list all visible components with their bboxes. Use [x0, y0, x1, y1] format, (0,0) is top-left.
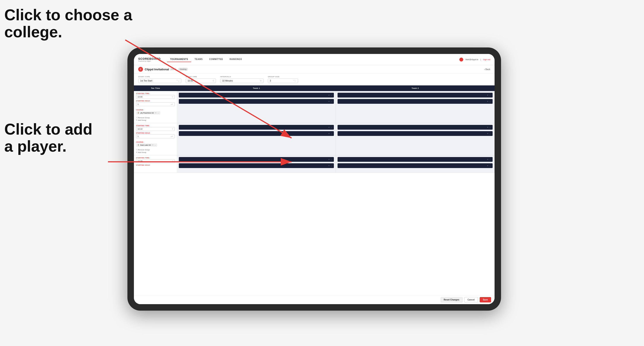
sidebar-group-1: STARTING TIME: 10:00 ⊙ STARTING HOLE: 1 … [134, 91, 177, 123]
starting-time-label-2: STARTING TIME: [136, 125, 175, 126]
nav-right: blair@clippd.io | Sign out [459, 58, 490, 61]
remove-icon-1: ○ [136, 117, 137, 119]
slot-more-icon[interactable]: ⌄ [331, 165, 332, 167]
slot-more-icon[interactable]: ⌄ [489, 159, 491, 161]
slot-expand-icon[interactable]: ✕ [487, 126, 488, 128]
nav-links: TOURNAMENTS TEAMS COMMITTEE RANKINGS [167, 57, 460, 62]
player-slot-t2-3-2[interactable]: ✕ ⌄ [338, 163, 492, 168]
sidebar-group-2: STARTING TIME: 10:10 ⊙ STARTING HOLE: 1 … [134, 123, 177, 155]
cancel-button[interactable]: Cancel [464, 297, 478, 302]
save-button[interactable]: Save [480, 297, 491, 302]
player-slot-t1-1-2[interactable]: ✕ ⌄ [179, 99, 334, 104]
user-icon [459, 58, 463, 61]
slot-expand-icon[interactable]: ✕ [328, 126, 330, 128]
slot-more-icon[interactable]: ⌄ [331, 101, 332, 102]
header-tee-time: Tee Time [134, 85, 177, 91]
table-header-row: Tee Time Team 1 Team 2 [134, 85, 494, 91]
tournament-name: Clippd Invitational [145, 68, 169, 71]
course-more-1[interactable]: ⌄ [158, 112, 159, 114]
course-remove-1[interactable]: ✕ [155, 112, 156, 114]
team1-slots-1: ✕ ⌄ ✕ ⌄ [177, 91, 336, 123]
add-group-1[interactable]: + Add Group [136, 119, 175, 121]
annotation-bottom: Click to add a player. [4, 121, 92, 155]
course-tag-1[interactable]: 🏌 (A) Peachtree GC ✕ ⌄ [136, 111, 160, 115]
add-icon-1: + [136, 119, 137, 121]
slot-more-icon[interactable]: ⌄ [489, 126, 491, 128]
starting-time-label-3: STARTING TIME: [136, 157, 175, 159]
time-stepper-3[interactable]: ⊙ [172, 160, 173, 162]
start-type-group: Start Type 1st Tee Start ⌃⌄ [138, 76, 182, 83]
group-block-3: STARTING TIME: 10:20 ⊙ STARTING HOLE: ✕ … [134, 155, 494, 173]
start-time-value: 10:00 [188, 80, 193, 82]
schedule-scroll[interactable]: STARTING TIME: 10:00 ⊙ STARTING HOLE: 1 … [134, 91, 494, 295]
starting-hole-input-2[interactable]: 1 ▲▼ [136, 134, 175, 138]
starting-time-label-1: STARTING TIME: [136, 93, 175, 94]
slot-more-icon[interactable]: ⌄ [331, 126, 332, 128]
player-slot-t1-1-1[interactable]: ✕ ⌄ [179, 93, 334, 98]
starting-time-input-3[interactable]: 10:20 ⊙ [136, 159, 175, 163]
slot-expand-icon[interactable]: ✕ [328, 159, 330, 161]
hole-stepper-2[interactable]: ▲▼ [170, 136, 173, 137]
slot-expand-icon[interactable]: ✕ [487, 159, 488, 161]
nav-link-teams[interactable]: TEAMS [192, 57, 206, 62]
action-bar: Reset Changes Cancel Save [134, 295, 494, 304]
player-slot-t2-1-2[interactable]: ✕ ⌄ [338, 99, 492, 104]
player-slot-t1-2-2[interactable]: ✕ ⌄ [179, 131, 334, 136]
slot-expand-icon[interactable]: ✕ [487, 165, 488, 167]
course-more-2[interactable]: ⌄ [154, 144, 156, 146]
group-block-2: STARTING TIME: 10:10 ⊙ STARTING HOLE: 1 … [134, 123, 494, 155]
slot-expand-icon[interactable]: ✕ [328, 94, 330, 96]
course-label-2: COURSE: [136, 141, 175, 143]
group-actions-1: ○ Remove Group + Add Group [134, 116, 177, 123]
starting-hole-input-1[interactable]: 1 ▲▼ [136, 102, 175, 106]
start-time-select[interactable]: 10:00 ⊙ [186, 79, 216, 83]
back-button[interactable]: ‹ Back [484, 68, 490, 71]
course-remove-2[interactable]: ✕ [152, 144, 154, 146]
slot-expand-icon[interactable]: ✕ [328, 101, 330, 102]
slot-more-icon[interactable]: ⌄ [489, 94, 491, 96]
slot-more-icon[interactable]: ⌄ [331, 133, 332, 135]
course-tag-2[interactable]: 🏌 East Lake GC ✕ ⌄ [136, 144, 157, 147]
slot-expand-icon[interactable]: ✕ [487, 133, 488, 135]
group-size-select[interactable]: 3 ⌃⌄ [268, 79, 298, 83]
starting-time-input-2[interactable]: 10:10 ⊙ [136, 127, 175, 131]
slot-more-icon[interactable]: ⌄ [489, 165, 491, 167]
player-slot-t1-3-2[interactable]: ✕ ⌄ [179, 163, 334, 168]
add-group-2[interactable]: + Add Group [136, 151, 175, 153]
reset-changes-button[interactable]: Reset Changes [440, 297, 462, 302]
player-slot-t2-2-1[interactable]: ✕ ⌄ [338, 125, 492, 130]
time-stepper-2[interactable]: ⊙ [172, 128, 173, 130]
intervals-select[interactable]: 10 Minutes ⊙ [220, 79, 264, 83]
slot-expand-icon[interactable]: ✕ [328, 133, 330, 135]
hole-stepper-1[interactable]: ▲▼ [170, 104, 173, 105]
sign-out-link[interactable]: Sign out [483, 58, 490, 61]
add-icon-2: + [136, 151, 137, 153]
starting-time-input-1[interactable]: 10:00 ⊙ [136, 95, 175, 99]
slot-more-icon[interactable]: ⌄ [489, 101, 491, 102]
course-icon-1: 🏌 [137, 112, 140, 114]
annotation-top: Click to choose a college. [4, 6, 132, 40]
player-slot-t2-1-1[interactable]: ✕ ⌄ [338, 93, 492, 98]
remove-group-2[interactable]: ○ Remove Group [136, 149, 175, 151]
player-slot-t2-2-2[interactable]: ✕ ⌄ [338, 131, 492, 136]
slot-expand-icon[interactable]: ✕ [487, 94, 488, 96]
time-stepper-1[interactable]: ⊙ [172, 96, 173, 98]
remove-group-1[interactable]: ○ Remove Group [136, 117, 175, 119]
slot-expand-icon[interactable]: ✕ [328, 165, 330, 167]
nav-link-tournaments[interactable]: TOURNAMENTS [167, 57, 191, 62]
slot-expand-icon[interactable]: ✕ [487, 101, 488, 102]
slot-more-icon[interactable]: ⌄ [331, 94, 332, 96]
nav-link-committee[interactable]: COMMITTEE [206, 57, 226, 62]
start-time-group: Start Time 10:00 ⊙ [186, 76, 216, 83]
logo-area: SCOREBOARD Powered by clippd [138, 57, 161, 62]
slot-more-icon[interactable]: ⌄ [489, 133, 491, 135]
starting-hole-label-2: STARTING HOLE: [136, 132, 175, 134]
player-slot-t1-2-1[interactable]: ✕ ⌄ [179, 125, 334, 130]
course-section-1: COURSE: 🏌 (A) Peachtree GC ✕ ⌄ [134, 109, 177, 116]
player-slot-t2-3-1[interactable]: ✕ ⌄ [338, 157, 492, 162]
start-type-select[interactable]: 1st Tee Start ⌃⌄ [138, 79, 182, 83]
group-size-group: Group Size 3 ⌃⌄ [268, 76, 298, 83]
nav-link-rankings[interactable]: RANKINGS [226, 57, 245, 62]
slot-more-icon[interactable]: ⌄ [331, 159, 332, 161]
player-slot-t1-3-1[interactable]: ✕ ⌄ [179, 157, 334, 162]
